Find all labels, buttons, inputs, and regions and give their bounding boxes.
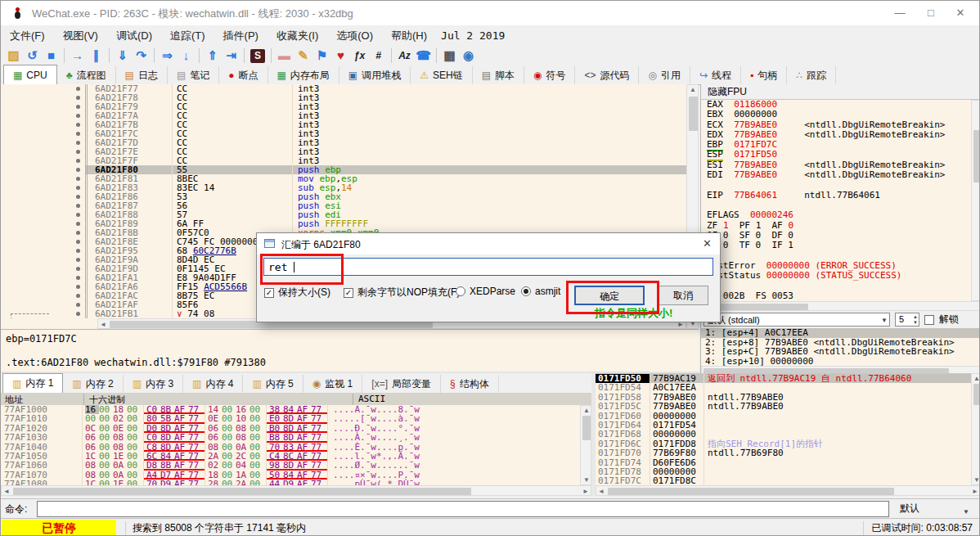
stack-hscrollbar[interactable]: ◄► <box>596 485 980 496</box>
register-line[interactable]: CF 0 TF 0 IF 1 <box>701 241 980 250</box>
register-line[interactable]: EIP 77B64061 ntdll.77B64061 <box>701 191 980 200</box>
run-to-user-code-icon[interactable]: ⇥ <box>222 47 241 65</box>
browser-icon[interactable]: ◉ <box>459 47 478 65</box>
stack-row[interactable]: 0171FD7C0171FD8C <box>596 476 971 485</box>
breakpoint-gutter[interactable] <box>1 174 85 183</box>
stack-vscrollbar[interactable]: ▲▼ <box>971 373 980 485</box>
tab-locals[interactable]: [x=]局部变量 <box>362 375 441 393</box>
breakpoint-gutter[interactable] <box>1 120 85 129</box>
restart-icon[interactable]: ↺ <box>23 47 42 65</box>
nop-fill-checkbox[interactable]: ✓剩余字节以NOP填充(F) <box>344 286 460 300</box>
stack-row[interactable]: 0171FD5077B9AC19返回到 ntdll.77B9AC19 自 ntd… <box>596 374 971 383</box>
breakpoint-gutter[interactable] <box>1 264 85 273</box>
close-icon[interactable]: ■ <box>42 47 61 65</box>
tab-references[interactable]: ◎引用 <box>639 66 690 84</box>
strings-icon[interactable]: Az <box>395 47 414 65</box>
comments-icon[interactable]: ✎ <box>294 47 312 65</box>
menu-item[interactable]: 调试(D) <box>107 25 161 46</box>
stack-row[interactable]: 0171FD640171FD54 <box>596 421 971 430</box>
breakpoint-gutter[interactable] <box>1 93 85 102</box>
menu-item[interactable]: 插件(P) <box>214 25 267 46</box>
unlock-checkbox[interactable] <box>924 315 934 325</box>
tab-script[interactable]: ▤脚本 <box>473 66 524 84</box>
asmjit-radio[interactable]: asmjit <box>521 286 560 297</box>
command-input[interactable] <box>37 501 889 517</box>
tab-memory[interactable]: ▥内存 3 <box>124 375 183 393</box>
open-file-icon[interactable]: ▨ <box>4 47 23 65</box>
command-profile-select[interactable]: 默认▼ <box>893 501 974 516</box>
tab-threads[interactable]: ↪线程 <box>690 66 741 84</box>
argument-row[interactable]: 4: [esp+10] 00000000 <box>701 357 980 367</box>
breakpoint-gutter[interactable] <box>1 273 85 282</box>
tab-log[interactable]: ▤日志 <box>116 66 168 84</box>
breakpoint-gutter[interactable] <box>1 210 85 219</box>
patches-icon[interactable]: ▬ <box>275 47 294 65</box>
breakpoint-gutter[interactable] <box>1 291 85 300</box>
hide-fpu-button[interactable]: 隐藏FPU <box>701 84 980 100</box>
attach-icon[interactable]: ☎ <box>414 47 433 65</box>
tab-watch[interactable]: ◉监视 1 <box>303 375 363 393</box>
tab-symbols[interactable]: ◉符号 <box>524 66 575 84</box>
maximize-icon[interactable]: □ <box>917 4 945 22</box>
run-trace-icon[interactable]: ⇓ <box>113 47 132 65</box>
breakpoint-gutter[interactable] <box>1 282 85 291</box>
breakpoint-gutter[interactable] <box>1 255 85 264</box>
tab-memory[interactable]: ▥内存 5 <box>243 375 303 393</box>
tab-memory[interactable]: ▥内存 2 <box>63 375 123 393</box>
argument-row[interactable]: 1: [esp+4] A0C17EEA <box>701 328 980 338</box>
registers-hscrollbar[interactable] <box>701 301 980 311</box>
tab-breakpoints[interactable]: ●断点 <box>219 66 267 84</box>
scylla-icon[interactable]: S <box>250 49 265 63</box>
memory-vscrollbar[interactable]: ▲▼ <box>580 405 591 485</box>
breakpoint-gutter[interactable] <box>1 237 85 246</box>
minimize-icon[interactable]: — <box>886 4 914 22</box>
tab-seh[interactable]: ⚠SEH链 <box>411 66 472 84</box>
patch-hash-icon[interactable]: # <box>369 47 388 65</box>
registers-list[interactable]: EAX 01186000EBX 00000000ECX 77B9ABE0 <nt… <box>701 100 980 301</box>
memory-row[interactable]: 77AF103006000800C08DAF7706000800B88DAF77… <box>1 433 580 442</box>
run-icon[interactable]: → <box>68 47 87 65</box>
menu-item[interactable]: 收藏夹(I) <box>267 25 327 46</box>
tab-memory[interactable]: ▥内存 4 <box>183 375 243 393</box>
stack-row[interactable]: 0171FD6000000000 <box>596 412 971 421</box>
instruction-input[interactable]: ret <box>263 258 713 276</box>
breakpoint-gutter[interactable] <box>1 147 85 156</box>
favourites-icon[interactable]: ♥ <box>331 47 350 65</box>
breakpoint-gutter[interactable] <box>1 246 85 255</box>
step-into-icon[interactable]: ↓ <box>177 47 196 65</box>
breakpoint-gutter[interactable] <box>1 228 85 237</box>
menu-item[interactable]: 文件(F) <box>1 25 54 46</box>
memory-row[interactable]: 77AF10801C001E0070D9AF7728002A0044D9AF77… <box>1 480 580 485</box>
stack-row[interactable]: 0171FD5C77B9ABE0ntdll.77B9ABE0 <box>596 402 971 411</box>
labels-icon[interactable]: ⚑ <box>312 47 331 65</box>
breakpoint-gutter[interactable] <box>1 192 85 201</box>
stack-row[interactable]: 0171FD7077B69F80ntdll.77B69F80 <box>596 448 971 457</box>
arguments-panel[interactable]: 1: [esp+4] A0C17EEA2: [esp+8] 77B9ABE0 <… <box>701 328 980 366</box>
tab-memory[interactable]: ▥内存 1 <box>2 373 63 394</box>
breakpoint-gutter[interactable] <box>1 102 85 111</box>
registers-panel[interactable]: 隐藏FPU EAX 01186000EBX 00000000ECX 77B9AB… <box>700 84 980 373</box>
menu-item[interactable]: 追踪(T) <box>161 25 214 46</box>
dialog-title-bar[interactable]: 汇编于 6AD21F80 ✕ <box>257 233 720 254</box>
calling-convention-select[interactable]: 默认 (stdcall)▼ <box>704 313 890 327</box>
breakpoint-gutter[interactable] <box>1 165 85 174</box>
xedparse-radio[interactable]: XEDParse <box>456 286 515 297</box>
register-line[interactable]: GS 002B FS 0053 <box>701 291 980 301</box>
memory-dump[interactable]: 77AF100016001800C08BAF77140016003884AF77… <box>1 405 580 485</box>
tab-graph[interactable]: ♣流程图 <box>57 66 116 84</box>
stack-pane[interactable]: 0171FD5077B9AC19返回到 ntdll.77B9AC19 自 ntd… <box>596 373 971 486</box>
title-bar[interactable]: WeChat.exe - PID: 263C - 模块: wechatwin.d… <box>1 1 979 26</box>
close-icon[interactable]: ✕ <box>946 4 974 22</box>
tab-handles[interactable]: ▪句柄 <box>741 66 787 84</box>
cancel-button[interactable]: 取消 <box>658 286 708 305</box>
breakpoint-gutter[interactable] <box>1 219 85 228</box>
pause-icon[interactable]: ∥ <box>87 47 106 65</box>
step-out-icon[interactable]: ⇑ <box>203 47 222 65</box>
breakpoint-gutter[interactable] <box>1 201 85 210</box>
tab-call-stack[interactable]: ▣调用堆栈 <box>339 66 411 84</box>
breakpoint-gutter[interactable] <box>1 183 85 192</box>
memory-hscrollbar[interactable]: ◄► <box>1 485 591 496</box>
step-over-icon[interactable]: ↷ <box>132 47 151 65</box>
breakpoint-gutter[interactable] <box>1 84 85 93</box>
tab-memory-map[interactable]: ▦内存布局 <box>268 66 339 84</box>
